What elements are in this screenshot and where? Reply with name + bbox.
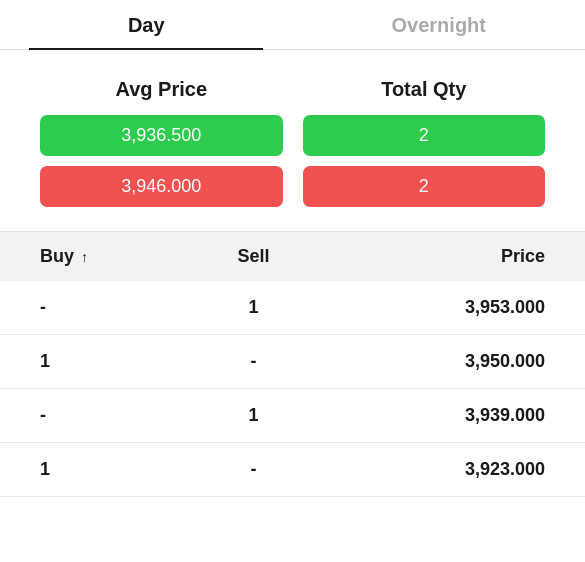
- col-header-price: Price: [292, 232, 585, 281]
- avg-price-green-badge: 3,936.500: [40, 115, 283, 156]
- tab-day[interactable]: Day: [0, 0, 293, 49]
- cell-sell: 1: [214, 389, 292, 443]
- avg-price-col: Avg Price 3,936.500 3,946.000: [40, 78, 283, 207]
- total-qty-label: Total Qty: [381, 78, 466, 101]
- cell-buy: 1: [0, 443, 214, 497]
- total-qty-col: Total Qty 2 2: [303, 78, 546, 207]
- col-header-buy: Buy ↑: [0, 232, 214, 281]
- table-row: -13,953.000: [0, 281, 585, 335]
- table-row: 1-3,923.000: [0, 443, 585, 497]
- cell-price: 3,923.000: [292, 443, 585, 497]
- total-qty-green-badge: 2: [303, 115, 546, 156]
- avg-price-label: Avg Price: [115, 78, 207, 101]
- tab-overnight[interactable]: Overnight: [293, 0, 586, 49]
- cell-price: 3,939.000: [292, 389, 585, 443]
- cell-price: 3,950.000: [292, 335, 585, 389]
- cell-buy: 1: [0, 335, 214, 389]
- table-row: 1-3,950.000: [0, 335, 585, 389]
- avg-price-red-badge: 3,946.000: [40, 166, 283, 207]
- trades-table: Buy ↑ Sell Price -13,953.0001-3,950.000-…: [0, 232, 585, 497]
- cell-sell: -: [214, 335, 292, 389]
- summary-section: Avg Price 3,936.500 3,946.000 Total Qty …: [0, 50, 585, 231]
- tab-bar: Day Overnight: [0, 0, 585, 50]
- table-header-row: Buy ↑ Sell Price: [0, 232, 585, 281]
- cell-price: 3,953.000: [292, 281, 585, 335]
- cell-sell: -: [214, 443, 292, 497]
- col-header-sell: Sell: [214, 232, 292, 281]
- cell-buy: -: [0, 281, 214, 335]
- cell-buy: -: [0, 389, 214, 443]
- sort-icon: ↑: [81, 249, 88, 265]
- total-qty-red-badge: 2: [303, 166, 546, 207]
- table-row: -13,939.000: [0, 389, 585, 443]
- cell-sell: 1: [214, 281, 292, 335]
